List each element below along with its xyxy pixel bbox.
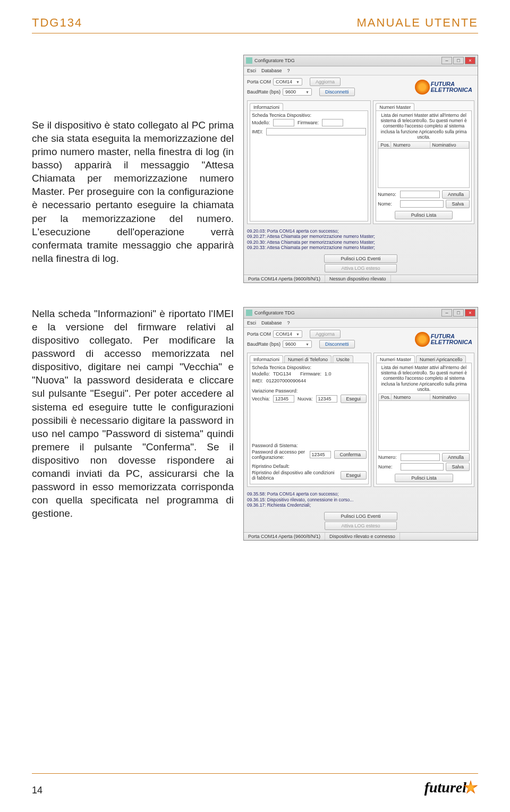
screenshot-1: Configuratore TDG – □ × Esci Database ? … <box>243 55 478 283</box>
nome-label: Nome: <box>378 201 398 207</box>
attiva-log-button[interactable]: Attiva LOG esteso <box>325 264 396 272</box>
ripristino-title: Ripristino Default: <box>252 464 367 469</box>
header-left: TDG134 <box>32 16 82 30</box>
menu-help[interactable]: ? <box>287 68 290 73</box>
firmware-value <box>322 119 343 126</box>
table-body[interactable] <box>378 149 470 188</box>
futura-logo: FUTURAELETTRONICA <box>413 80 474 95</box>
tab-numeri-master[interactable]: Numeri Master <box>376 103 414 111</box>
firmware-value: 1.0 <box>325 371 332 377</box>
esegui-button[interactable]: Esegui <box>341 395 367 403</box>
app-icon <box>246 310 252 316</box>
firmware-label: Firmware: <box>300 371 321 377</box>
log-area-2: 09.35.58: Porta COM14 aperta con success… <box>247 491 474 508</box>
close-button[interactable]: × <box>465 309 475 317</box>
nuova-input[interactable]: 12345 <box>316 395 337 403</box>
window-titlebar: Configuratore TDG – □ × <box>244 55 478 66</box>
row-1: Se il dispositivo è stato collegato al P… <box>32 55 478 283</box>
statusbar-2: Porta COM14 Aperta (9600/8/N/1) Disposit… <box>244 532 478 540</box>
conferma-button[interactable]: Conferma <box>334 450 367 459</box>
vecchia-input[interactable]: 12345 <box>273 395 294 403</box>
numero-input[interactable] <box>400 191 440 198</box>
imei-value <box>266 128 366 135</box>
left-panel-2: Informazioni Numeri di Telefono Uscite S… <box>247 353 371 487</box>
disconnetti-button[interactable]: Disconnetti <box>319 88 355 96</box>
var-pwd-title: Variazione Password: <box>252 388 367 394</box>
salva-button[interactable]: Salva <box>446 463 470 471</box>
main-area: Informazioni Scheda Tecnica Dispositivo:… <box>244 98 478 226</box>
menu-help[interactable]: ? <box>287 320 290 326</box>
baud-combo[interactable]: 9600▼ <box>283 340 312 348</box>
star-icon <box>415 332 430 347</box>
menu-database[interactable]: Database <box>261 320 282 326</box>
status-device: Nessun dispositivo rilevato <box>325 275 391 283</box>
tab-uscite[interactable]: Uscite <box>333 355 353 363</box>
table-body[interactable] <box>378 401 470 451</box>
master-desc-2: Lista dei numeri Master attivi all'inter… <box>378 365 470 392</box>
right-panel: Numeri Master Lista dei numeri Master at… <box>373 100 474 224</box>
menubar: Esci Database ? <box>244 319 478 328</box>
tab-numeri-apri[interactable]: Numeri Apricancello <box>416 355 466 363</box>
paragraph-1: Se il dispositivo è stato collegato al P… <box>32 55 234 265</box>
aggiorna-button[interactable]: Aggiorna <box>310 78 341 86</box>
minimize-button[interactable]: – <box>441 57 452 64</box>
modello-label: Modello: <box>252 120 270 125</box>
modello-value <box>273 119 294 126</box>
pulisci-log-button[interactable]: Pulisci LOG Eventi <box>324 254 397 263</box>
numero-label: Numero: <box>378 455 398 460</box>
attiva-log-button[interactable]: Attiva LOG esteso <box>325 522 396 530</box>
minimize-button[interactable]: – <box>441 309 452 317</box>
menu-esci[interactable]: Esci <box>247 68 256 73</box>
modello-label: Modello: <box>252 371 270 377</box>
porta-combo[interactable]: COM14▼ <box>273 330 302 338</box>
numero-label: Numero: <box>378 192 398 197</box>
close-button[interactable]: × <box>465 57 475 64</box>
tab-numeri-master[interactable]: Numeri Master <box>376 355 415 363</box>
log-area: 09.20.03: Porta COM14 aperta con success… <box>247 228 474 251</box>
pwd-accesso-input[interactable]: 12345 <box>310 451 331 458</box>
firmware-label: Firmware: <box>298 120 319 125</box>
nome-input[interactable] <box>401 463 444 471</box>
pulisci-log-button[interactable]: Pulisci LOG Eventi <box>324 512 397 520</box>
status-device: Dispositivo rilevato e connesso <box>325 533 400 540</box>
pulisci-lista-button[interactable]: Pulisci Lista <box>395 211 453 219</box>
numero-input[interactable] <box>401 454 440 461</box>
porta-label: Porta COM <box>247 331 271 337</box>
menu-esci[interactable]: Esci <box>247 320 256 326</box>
nome-input[interactable] <box>400 200 444 208</box>
window-titlebar-2: Configuratore TDG – □ × <box>244 307 478 319</box>
page-footer: 14 futurel <box>32 773 478 796</box>
modello-value: TDG134 <box>273 371 297 377</box>
tab-informazioni[interactable]: Informazioni <box>250 355 283 363</box>
ripristino-esegui-button[interactable]: Esegui <box>341 471 367 480</box>
baud-combo[interactable]: 9600▼ <box>283 88 312 96</box>
menu-database[interactable]: Database <box>261 68 282 73</box>
header-right: MANUALE UTENTE <box>357 16 478 30</box>
screenshot-2: Configuratore TDG – □ × Esci Database ? … <box>243 307 478 541</box>
imei-label: IMEI: <box>252 378 263 383</box>
master-desc: Lista dei numeri Master attivi all'inter… <box>378 113 470 140</box>
maximize-button[interactable]: □ <box>453 309 464 317</box>
annulla-button[interactable]: Annulla <box>442 453 470 461</box>
top-controls: Porta COM COM14▼ Aggiorna BaudRate (bps)… <box>244 75 478 98</box>
porta-combo[interactable]: COM14▼ <box>273 78 302 86</box>
paragraph-2: Nella scheda "Informazioni" è riportato … <box>32 307 234 520</box>
maximize-button[interactable]: □ <box>453 57 464 64</box>
imei-label: IMEI: <box>252 129 263 134</box>
baud-label: BaudRate (bps) <box>247 341 280 347</box>
annulla-button[interactable]: Annulla <box>442 190 470 199</box>
tab-informazioni[interactable]: Informazioni <box>250 103 283 111</box>
statusbar: Porta COM14 Aperta (9600/8/N/1) Nessun d… <box>244 275 478 283</box>
main-area-2: Informazioni Numeri di Telefono Uscite S… <box>244 351 478 489</box>
aggiorna-button[interactable]: Aggiorna <box>310 330 341 338</box>
salva-button[interactable]: Salva <box>446 200 470 208</box>
app-icon <box>246 57 252 64</box>
pwd-sistema-title: Password di Sistema: <box>252 443 367 448</box>
disconnetti-button[interactable]: Disconnetti <box>319 340 355 348</box>
pulisci-lista-button[interactable]: Pulisci Lista <box>395 474 453 482</box>
scheda-title: Scheda Tecnica Dispositivo: <box>252 365 367 370</box>
tab-numeri-tel[interactable]: Numeri di Telefono <box>284 355 332 363</box>
left-panel: Informazioni Scheda Tecnica Dispositivo:… <box>247 100 371 224</box>
ripristino-label: Ripristino del dispositivo alle condizio… <box>252 470 337 481</box>
window-title: Configuratore TDG <box>254 310 441 315</box>
